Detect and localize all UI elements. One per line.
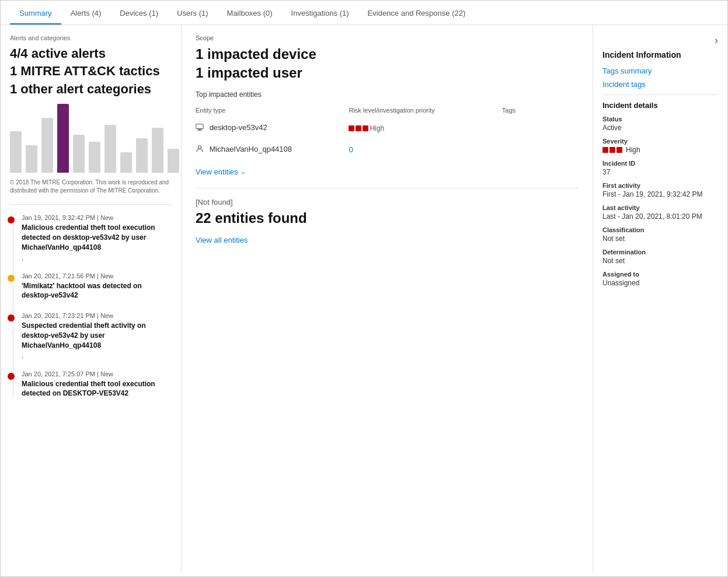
right-panel: › Incident Information Tags summary Inci… [593, 25, 727, 572]
tab-bar: SummaryAlerts (4)Devices (1)Users (1)Mai… [1, 1, 727, 25]
field-label: Classification [602, 226, 718, 233]
impacted-device: 1 impacted device [196, 46, 579, 62]
tab-evidence-and-response--22-[interactable]: Evidence and Response (22) [358, 1, 475, 25]
entity-risk: High [349, 117, 501, 139]
timeline-date: Jan 20, 2021, 7:21:56 PM | New [22, 272, 172, 279]
field-value: Not set [602, 235, 718, 243]
field-value: Unassigned [602, 279, 718, 287]
timeline-date: Jan 20, 2021, 7:23:21 PM | New [22, 312, 172, 319]
field-value: Last - Jan 20, 2021, 8:01:20 PM [602, 212, 718, 221]
right-field-determination: DeterminationNot set [602, 249, 718, 265]
bar-2 [41, 118, 53, 173]
field-value: Active [602, 124, 718, 132]
bar-0 [10, 131, 22, 173]
field-label: First activity [602, 182, 718, 189]
table-row: MichaelVanHo_qp44108 0 [196, 139, 579, 160]
stat-other-alerts: 1 other alert categories [10, 82, 172, 97]
field-label: Assigned to [602, 271, 718, 278]
timeline-title: Suspected credential theft activity on d… [22, 321, 172, 350]
entity-name: MichaelVanHo_qp44108 [196, 139, 349, 160]
table-row: desktop-ve53v42 High [196, 117, 579, 139]
tab-investigations--1-[interactable]: Investigations (1) [282, 1, 358, 25]
entity-risk: 0 [349, 139, 501, 160]
user-icon [196, 146, 204, 155]
field-value: 37 [602, 168, 718, 176]
tab-alerts--4-[interactable]: Alerts (4) [61, 1, 111, 25]
bar-5 [89, 142, 100, 173]
tab-devices--1-[interactable]: Devices (1) [110, 1, 168, 25]
timeline-title: Malicious credential theft tool executio… [22, 223, 172, 252]
left-panel: Alerts and categories 4/4 active alerts … [1, 25, 182, 572]
stat-mitre: 1 MITRE ATT&CK tactics [10, 64, 172, 79]
severity-value: High [626, 146, 640, 154]
timeline-date: Jan 19, 2021, 9:32:42 PM | New [22, 214, 172, 221]
center-panel: Scope 1 impacted device 1 impacted user … [182, 25, 593, 572]
timeline-item: Jan 20, 2021, 7:21:56 PM | New 'Mimikatz… [22, 272, 172, 301]
entities-found-text: 22 entities found [196, 210, 579, 226]
bar-7 [120, 152, 132, 173]
tab-mailboxes--0-[interactable]: Mailboxes (0) [218, 1, 282, 25]
col-risk-level: Risk level/investigation priority [349, 103, 501, 117]
field-label: Status [602, 116, 718, 123]
severity-bars [602, 147, 622, 153]
right-field-status: StatusActive [602, 116, 718, 132]
timeline-dot [8, 216, 15, 223]
alerts-section-label: Alerts and categories [10, 34, 172, 41]
field-value: Not set [602, 257, 718, 265]
view-all-entities-link[interactable]: View all entities [196, 236, 579, 244]
bar-6 [105, 125, 116, 173]
right-field-classification: ClassificationNot set [602, 226, 718, 243]
field-value-severity: High [602, 146, 718, 154]
right-field-incident-id: Incident ID37 [602, 160, 718, 176]
stat-active-alerts: 4/4 active alerts [10, 46, 172, 61]
right-field-assigned-to: Assigned toUnassigned [602, 271, 718, 287]
timeline-comma: , [22, 352, 172, 359]
timeline-date: Jan 20, 2021, 7:25:07 PM | New [22, 370, 172, 377]
scope-label: Scope [196, 34, 579, 41]
expand-chevron-icon[interactable]: › [715, 34, 718, 47]
left-divider [10, 204, 172, 205]
entity-tags [502, 117, 579, 139]
top-entities-label: Top impacted entities [196, 90, 579, 99]
tab-users--1-[interactable]: Users (1) [168, 1, 217, 25]
right-field-first-activity: First activityFirst - Jan 19, 2021, 9:32… [602, 182, 718, 198]
right-section-title: Incident Information [602, 50, 718, 60]
timeline: Jan 19, 2021, 9:32:42 PM | New Malicious… [10, 214, 172, 398]
main-layout: Alerts and categories 4/4 active alerts … [1, 25, 727, 572]
tab-summary[interactable]: Summary [10, 1, 61, 25]
col-entity-type: Entity type [196, 103, 349, 117]
chevron-down-icon: ⌄ [241, 168, 246, 176]
svg-rect-1 [198, 130, 201, 130]
field-label: Severity [602, 138, 718, 145]
field-label: Determination [602, 249, 718, 256]
timeline-item: Jan 19, 2021, 9:32:42 PM | New Malicious… [22, 214, 172, 260]
right-divider1 [602, 95, 718, 95]
mitre-credit: © 2018 The MITRE Corporation. This work … [10, 179, 172, 195]
right-field-severity: Severity High [602, 138, 718, 154]
timeline-dot [8, 373, 15, 380]
bar-9 [152, 128, 163, 173]
tags-summary-link[interactable]: Tags summary [602, 67, 718, 75]
entities-table: Entity type Risk level/investigation pri… [196, 103, 579, 160]
bar-3 [57, 104, 69, 173]
col-tags: Tags [502, 103, 579, 117]
bar-8 [136, 138, 148, 173]
bar-1 [26, 145, 37, 173]
svg-point-3 [198, 146, 201, 149]
bar-chart [10, 104, 172, 174]
impacted-user: 1 impacted user [196, 65, 579, 81]
entity-tags [502, 139, 579, 160]
center-divider [196, 188, 579, 188]
view-entities-button[interactable]: View entities ⌄ [196, 167, 246, 176]
svg-rect-2 [197, 130, 203, 131]
timeline-item: Jan 20, 2021, 7:23:21 PM | New Suspected… [22, 312, 172, 358]
timeline-item: Jan 20, 2021, 7:25:07 PM | New Malicious… [22, 370, 172, 399]
entity-name: desktop-ve53v42 [196, 117, 349, 139]
right-field-last-activity: Last activityLast - Jan 20, 2021, 8:01:2… [602, 204, 718, 221]
timeline-comma: , [22, 254, 172, 261]
svg-rect-0 [196, 124, 203, 129]
timeline-dot [8, 275, 15, 282]
incident-tags-link[interactable]: Incident tags [602, 80, 718, 89]
field-label: Incident ID [602, 160, 718, 167]
field-value: First - Jan 19, 2021, 9:32:42 PM [602, 190, 718, 198]
